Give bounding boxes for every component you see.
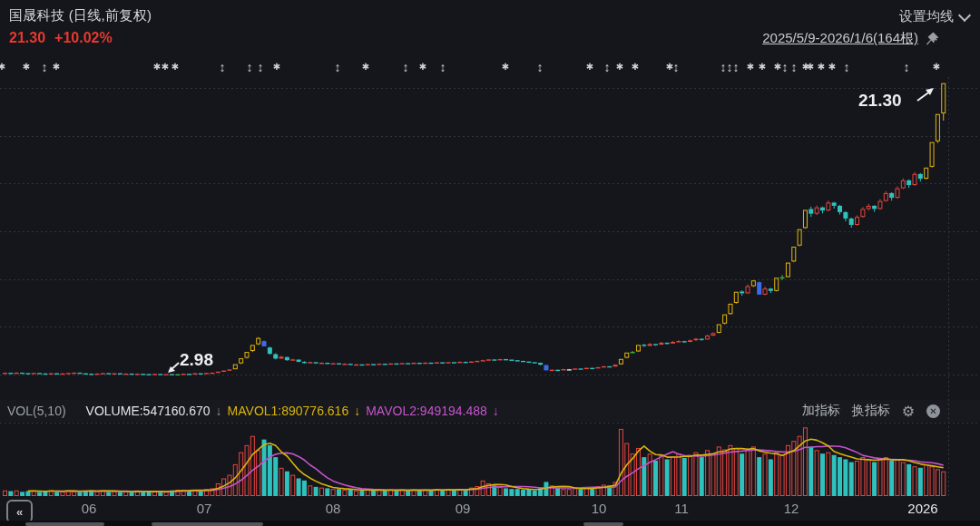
scrollbar-fragment[interactable] [25, 522, 104, 526]
event-marker-updown-icon[interactable]: ↕ [904, 56, 910, 78]
event-marker-updown-icon[interactable]: ↕ [220, 56, 226, 78]
price-change-percent: +10.02% [54, 30, 113, 46]
stock-chart-app: 国晟科技 (日线,前复权) 21.30 +10.02% 设置均线 2025/5/… [0, 0, 980, 526]
mavol2-value: MAVOL2:949194.488 [366, 404, 487, 418]
event-marker-updown-icon[interactable]: ↕ [537, 56, 544, 78]
close-indicator-icon[interactable]: ✕ [926, 404, 940, 418]
low-price-annotation: 2.98 [180, 350, 213, 370]
event-marker-star-icon[interactable]: ✱ [807, 56, 814, 78]
event-marker-updown-icon[interactable]: ↕ [720, 56, 727, 78]
axis-label-07: 07 [197, 501, 212, 516]
event-marker-updown-icon[interactable]: ↕ [403, 56, 409, 78]
gear-icon[interactable]: ⚙ [902, 403, 915, 420]
event-marker-row: ✱✱↕✱✱✱✱↕↕↕✱↕✱↕✱↕✱↕✱↕✱✱✱↕↕↕↕✱✱✱↕↕✱✱✱✱↕↕✱ [0, 56, 980, 78]
price-line: 21.30 +10.02% [9, 30, 113, 46]
date-range-line: 2025/5/9-2026/1/6(164根) [762, 30, 940, 47]
volume-down-arrow-icon: ↓ [216, 404, 222, 418]
event-marker-star-icon[interactable]: ✱ [23, 56, 30, 78]
event-marker-updown-icon[interactable]: ↕ [844, 56, 850, 78]
event-marker-star-icon[interactable]: ✱ [362, 56, 369, 78]
axis-label-12: 12 [784, 501, 799, 516]
event-marker-updown-icon[interactable]: ↕ [733, 56, 740, 78]
event-marker-star-icon[interactable]: ✱ [774, 56, 781, 78]
event-marker-star-icon[interactable]: ✱ [759, 56, 766, 78]
event-marker-star-icon[interactable]: ✱ [933, 56, 940, 78]
event-marker-star-icon[interactable]: ✱ [53, 56, 60, 78]
add-indicator-button[interactable]: 加指标 [802, 403, 840, 419]
event-marker-star-icon[interactable]: ✱ [419, 56, 426, 78]
event-marker-updown-icon[interactable]: ↕ [782, 56, 789, 78]
event-marker-star-icon[interactable]: ✱ [273, 56, 280, 78]
event-marker-star-icon[interactable]: ✱ [153, 56, 161, 78]
event-marker-star-icon[interactable]: ✱ [828, 56, 836, 78]
scrollbar-fragment[interactable] [152, 522, 263, 526]
volume-toolbar: 加指标 换指标 ⚙ ✕ [802, 400, 940, 422]
event-marker-updown-icon[interactable]: ↕ [247, 56, 253, 78]
event-marker-updown-icon[interactable]: ↕ [604, 56, 611, 78]
event-marker-updown-icon[interactable]: ↕ [673, 56, 680, 78]
mavol1-value: MAVOL1:890776.616 [228, 404, 349, 418]
event-marker-star-icon[interactable]: ✱ [172, 56, 179, 78]
event-marker-star-icon[interactable]: ✱ [0, 56, 5, 78]
scrollbar-fragment[interactable] [583, 522, 623, 526]
mavol2-down-arrow-icon: ↓ [493, 404, 499, 418]
switch-indicator-button[interactable]: 换指标 [852, 403, 890, 419]
event-marker-star-icon[interactable]: ✱ [502, 56, 509, 78]
axis-label-10: 10 [592, 501, 607, 516]
stock-title: 国晟科技 (日线,前复权) [9, 7, 152, 24]
axis-label-08: 08 [326, 501, 341, 516]
mavol1-down-arrow-icon: ↓ [354, 404, 360, 418]
ma-settings-button[interactable]: 设置均线 [899, 8, 969, 25]
axis-label-2026: 2026 [907, 501, 937, 516]
high-price-label: 21.30 [858, 91, 902, 110]
event-marker-star-icon[interactable]: ✱ [818, 56, 825, 78]
event-marker-updown-icon[interactable]: ↕ [258, 56, 264, 78]
date-range-link[interactable]: 2025/5/9-2026/1/6(164根) [762, 30, 918, 47]
event-marker-star-icon[interactable]: ✱ [162, 56, 169, 78]
axis-label-11: 11 [674, 501, 689, 516]
high-price-annotation: 21.30 [858, 91, 902, 111]
last-price: 21.30 [9, 30, 45, 46]
volume-header: VOL(5,10) VOLUME:547160.670 ↓ MAVOL1:890… [0, 400, 980, 422]
volume-value: VOLUME:547160.670 [86, 404, 211, 418]
event-marker-updown-icon[interactable]: ↕ [440, 56, 446, 78]
event-marker-updown-icon[interactable]: ↕ [727, 56, 733, 78]
arrow-to-high-icon [915, 84, 936, 104]
event-marker-star-icon[interactable]: ✱ [747, 56, 754, 78]
event-marker-updown-icon[interactable]: ↕ [42, 56, 48, 78]
low-price-label: 2.98 [180, 350, 213, 369]
event-marker-star-icon[interactable]: ✱ [616, 56, 623, 78]
vol-indicator-label[interactable]: VOL(5,10) [7, 404, 66, 418]
event-marker-updown-icon[interactable]: ↕ [791, 56, 798, 78]
chevron-down-icon [958, 8, 971, 21]
axis-label-09: 09 [456, 501, 471, 516]
pin-icon[interactable] [925, 31, 940, 46]
axis-label-06: 06 [82, 501, 97, 516]
event-marker-star-icon[interactable]: ✱ [586, 56, 593, 78]
bottom-strip [0, 521, 980, 526]
arrow-to-low-icon [165, 360, 181, 376]
event-marker-updown-icon[interactable]: ↕ [335, 56, 341, 78]
ma-settings-label: 设置均线 [899, 8, 954, 25]
kline-chart-canvas[interactable] [0, 0, 980, 526]
event-marker-star-icon[interactable]: ✱ [632, 56, 639, 78]
